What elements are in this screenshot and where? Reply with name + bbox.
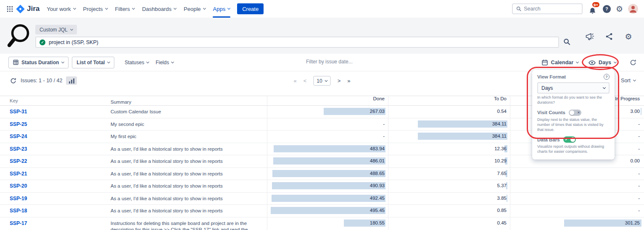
page-size-select[interactable]: 10: [313, 76, 330, 86]
issue-key-link[interactable]: SSP-21: [10, 171, 27, 177]
jql-mode-dropdown[interactable]: Custom JQL: [35, 25, 77, 34]
statuses-label: Statuses: [124, 60, 144, 65]
issue-date-filter-input[interactable]: [306, 59, 411, 65]
issue-key-link[interactable]: SSP-24: [10, 133, 27, 139]
nav-item-people[interactable]: People: [180, 0, 209, 18]
sort-label: Sort: [621, 78, 631, 84]
next-page-button[interactable]: >: [338, 78, 341, 84]
calendar-dropdown[interactable]: Calendar: [541, 59, 579, 66]
announcements-button[interactable]: [585, 32, 594, 41]
refresh-icon: [10, 78, 16, 84]
chevron-down-icon: [614, 60, 617, 63]
reset-report-button[interactable]: [630, 59, 636, 66]
run-query-button[interactable]: [563, 38, 570, 47]
settings-button[interactable]: ⚙: [616, 5, 623, 13]
nav-item-your-work[interactable]: Your work: [43, 0, 79, 18]
last-page-button[interactable]: »: [347, 78, 350, 84]
pagination: « < 10 > »: [293, 76, 350, 86]
cell-done: 495.45: [267, 205, 388, 217]
jql-mode-label: Custom JQL: [40, 27, 68, 33]
cell-summary: Custom Calendar Issue: [111, 106, 267, 118]
header-key: Key: [0, 96, 111, 105]
chevron-down-icon: [107, 60, 110, 63]
cell-key: SSP-18: [0, 205, 111, 217]
share-button[interactable]: [604, 32, 614, 41]
jira-logo[interactable]: Jira: [16, 5, 40, 13]
cell-done: 180.55: [267, 217, 388, 230]
table-row: SSP-20As a user, I'd like a historical s…: [0, 180, 644, 193]
table-columns-icon: [13, 60, 18, 65]
valid-query-check-icon: [40, 39, 45, 45]
cell-in-progress: -: [510, 180, 644, 192]
report-toolbar: Status Duration List of Total Statuses F…: [0, 54, 644, 71]
toggle-knob: [570, 137, 575, 142]
cell-in-progress: -: [510, 205, 644, 217]
chart-view-toggle[interactable]: [66, 76, 77, 85]
jql-input[interactable]: [49, 39, 555, 45]
issue-key-link[interactable]: SSP-23: [10, 146, 27, 152]
create-button[interactable]: Create: [237, 3, 264, 14]
cell-key: SSP-17: [0, 217, 111, 230]
cell-todo: 384.11: [388, 131, 510, 143]
search-input[interactable]: [524, 6, 578, 12]
nav-item-apps[interactable]: Apps: [209, 0, 234, 18]
header-summary: Summary: [111, 96, 267, 105]
report-settings-button[interactable]: ⚙: [624, 32, 633, 41]
cell-done: 490.93: [267, 180, 388, 192]
nav-item-filters[interactable]: Filters: [111, 0, 138, 18]
chevron-down-icon: [70, 27, 73, 30]
help-button[interactable]: [603, 5, 611, 13]
view-type-dropdown[interactable]: List of Total: [72, 57, 114, 68]
issue-key-link[interactable]: SSP-22: [10, 158, 27, 164]
visit-counts-toggle[interactable]: [569, 110, 581, 116]
view-format-title: View Format: [537, 74, 566, 79]
cell-done: 267.03: [267, 106, 388, 118]
avatar[interactable]: [628, 4, 638, 14]
data-bar: [274, 145, 385, 152]
cell-todo: 3.85: [388, 193, 510, 205]
first-page-button[interactable]: «: [293, 78, 296, 84]
fields-dropdown[interactable]: Fields: [156, 60, 174, 65]
chevron-down-icon: [325, 78, 328, 81]
toggle-knob: [570, 110, 574, 115]
sync-icon: [630, 59, 636, 66]
prev-page-button[interactable]: <: [304, 78, 307, 84]
nav-item-projects[interactable]: Projects: [79, 0, 111, 18]
issue-key-link[interactable]: SSP-19: [10, 196, 27, 201]
calendar-label: Calendar: [551, 60, 574, 65]
nav-item-dashboards[interactable]: Dashboards: [138, 0, 180, 18]
cell-done: 488.65: [267, 168, 388, 180]
cell-todo: 7.65: [388, 168, 510, 180]
app-name: Jira: [27, 5, 40, 13]
chevron-down-icon: [227, 7, 230, 10]
issue-key-link[interactable]: SSP-25: [10, 121, 27, 127]
issue-key-link[interactable]: SSP-20: [10, 183, 27, 189]
view-format-dropdown[interactable]: Days: [589, 60, 616, 65]
bell-icon: [589, 7, 596, 15]
issue-key-link[interactable]: SSP-18: [10, 208, 27, 214]
refresh-issues-button[interactable]: [9, 77, 17, 84]
sort-dropdown[interactable]: Sort: [621, 78, 636, 84]
chevron-down-icon: [171, 60, 174, 63]
notifications-button[interactable]: 9+: [588, 3, 598, 15]
app-switcher-button[interactable]: [4, 3, 15, 14]
help-icon[interactable]: [604, 74, 610, 80]
chevron-down-icon: [105, 7, 108, 10]
report-type-dropdown[interactable]: Status Duration: [8, 57, 69, 68]
data-bars-label: Data Bars: [537, 137, 560, 142]
data-bars-toggle[interactable]: [563, 136, 576, 143]
table-row: SSP-17Instructions for deleting this sam…: [0, 217, 644, 230]
fields-label: Fields: [156, 60, 169, 65]
nav-item-label: Your work: [47, 6, 71, 12]
format-select[interactable]: Days: [537, 82, 610, 94]
issue-key-link[interactable]: SSP-17: [10, 220, 27, 226]
notification-badge: 9+: [591, 1, 600, 8]
page-size-value: 10: [317, 78, 322, 84]
cell-key: SSP-19: [0, 193, 111, 205]
cell-key: SSP-31: [0, 106, 111, 118]
statuses-dropdown[interactable]: Statuses: [124, 60, 149, 65]
cell-summary: As a user, I'd like a historical story t…: [111, 205, 267, 217]
cell-todo: 0.45: [388, 217, 510, 230]
nav-item-label: Projects: [83, 6, 103, 12]
issue-key-link[interactable]: SSP-31: [10, 109, 27, 115]
